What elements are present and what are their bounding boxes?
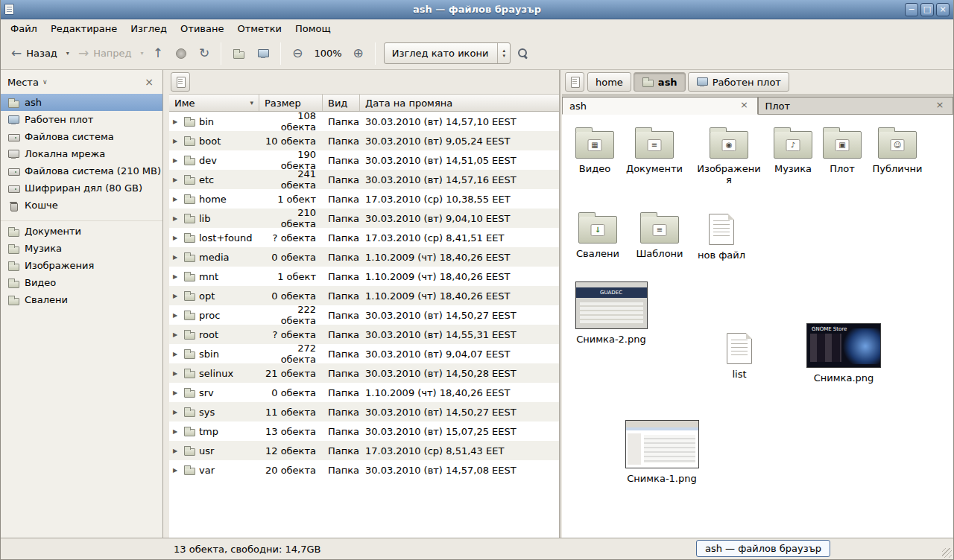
icon-view-item[interactable]: Видео [566, 127, 623, 174]
pathbar-base-button[interactable] [565, 72, 584, 92]
file-row[interactable]: selinux 21 обекта Папка 30.03.2010 (вт) … [169, 363, 559, 383]
forward-history-dropdown[interactable] [139, 37, 146, 69]
column-header-name[interactable]: Име [169, 95, 259, 111]
expander-icon[interactable] [173, 351, 180, 357]
sidebar-item[interactable]: Документи [1, 223, 162, 240]
sidebar-mode-dropdown-icon[interactable] [42, 78, 48, 86]
expander-icon[interactable] [173, 273, 180, 280]
tab-close-icon[interactable] [934, 100, 946, 112]
reload-button[interactable] [193, 42, 215, 65]
file-row[interactable]: opt 0 обекта Папка 1.10.2009 (чт) 18,40,… [169, 286, 559, 305]
sidebar-item[interactable]: Шифриран дял (80 GB) [1, 179, 162, 197]
expander-icon[interactable] [173, 254, 180, 261]
icon-view-item[interactable]: Свалени [569, 211, 626, 259]
icon-view-item[interactable]: GNOME Store Снимка.png [805, 323, 882, 384]
expander-icon[interactable] [173, 293, 180, 299]
zoom-in-button[interactable] [347, 42, 370, 65]
minimize-button[interactable] [905, 3, 918, 16]
expander-icon[interactable] [173, 118, 180, 125]
icon-view-item[interactable]: Музика [765, 127, 821, 174]
sidebar-item[interactable]: Файлова система [1, 128, 162, 145]
tab[interactable]: ash [562, 97, 758, 115]
back-button[interactable]: Назад [5, 42, 63, 65]
icon-view[interactable]: Видео Документи [562, 115, 953, 538]
expander-icon[interactable] [173, 331, 180, 338]
icon-view-item[interactable]: Документи [626, 127, 683, 174]
expander-icon[interactable] [173, 215, 180, 222]
expander-icon[interactable] [173, 196, 180, 203]
tab[interactable]: Плот [758, 97, 954, 114]
expander-icon[interactable] [173, 176, 180, 183]
file-row[interactable]: home 1 обект Папка 17.03.2010 (ср) 10,38… [169, 189, 559, 209]
icon-view-item[interactable]: Публични [866, 127, 929, 174]
file-row[interactable]: var 20 обекта Папка 30.03.2010 (вт) 14,5… [169, 460, 559, 480]
menu-item[interactable]: Редактиране [44, 21, 124, 36]
home-button[interactable] [227, 42, 250, 65]
menu-item[interactable]: Отметки [230, 21, 288, 36]
breadcrumb-button[interactable]: ash [634, 72, 686, 92]
file-row[interactable]: sys 11 обекта Папка 30.03.2010 (вт) 14,5… [169, 402, 559, 421]
sidebar-item[interactable]: Музика [1, 240, 162, 257]
column-header-type[interactable]: Вид [323, 95, 360, 111]
column-header-size[interactable]: Размер [259, 95, 323, 111]
menu-item[interactable]: Файл [4, 21, 44, 36]
file-row[interactable]: usr 12 обекта Папка 17.03.2010 (ср) 8,51… [169, 441, 559, 460]
location-toggle-button[interactable] [171, 72, 190, 92]
file-row[interactable]: srv 0 обекта Папка 1.10.2009 (чт) 18,40,… [169, 383, 559, 402]
sidebar-item[interactable]: Локална мрежа [1, 145, 162, 162]
expander-icon[interactable] [173, 138, 180, 144]
tab-close-icon[interactable] [739, 100, 751, 112]
maximize-button[interactable] [920, 3, 934, 16]
column-header-modified[interactable]: Дата на промяна [360, 95, 559, 111]
sidebar-item[interactable]: Изображения [1, 257, 162, 274]
menu-item[interactable]: Отиване [174, 21, 230, 36]
breadcrumb-button[interactable]: home [587, 72, 631, 92]
sidebar-close-icon[interactable] [142, 76, 156, 88]
file-row[interactable]: root ? обекта Папка 30.03.2010 (вт) 14,5… [169, 325, 559, 344]
file-row[interactable]: etc 241 обекта Папка 30.03.2010 (вт) 14,… [169, 170, 559, 189]
file-row[interactable]: mnt 1 обект Папка 1.10.2009 (чт) 18,40,2… [169, 267, 559, 286]
file-row[interactable]: media 0 обекта Папка 1.10.2009 (чт) 18,4… [169, 247, 559, 267]
icon-view-item[interactable]: list [711, 331, 768, 380]
sidebar-item[interactable]: Работен плот [1, 111, 162, 128]
file-row[interactable]: tmp 13 обекта Папка 30.03.2010 (вт) 15,0… [169, 421, 559, 441]
expander-icon[interactable] [173, 389, 180, 396]
titlebar[interactable]: ash — файлов браузър [1, 0, 953, 19]
icon-view-item[interactable]: Снимка-1.png [623, 420, 701, 484]
expander-icon[interactable] [173, 370, 180, 377]
expander-icon[interactable] [173, 312, 180, 319]
menu-item[interactable]: Изглед [124, 21, 174, 36]
sidebar-item[interactable]: Свалени [1, 291, 162, 308]
view-mode-select[interactable]: Изглед като икони [384, 42, 511, 64]
sidebar-item[interactable]: ash [1, 94, 162, 111]
expander-icon[interactable] [173, 409, 180, 416]
computer-button[interactable] [251, 42, 275, 65]
icon-view-item[interactable]: Изображения [696, 127, 762, 185]
expander-icon[interactable] [173, 235, 180, 241]
icon-view-item[interactable]: GUADEC Снимка-2.png [574, 281, 648, 345]
expander-icon[interactable] [173, 467, 180, 474]
expander-icon[interactable] [173, 448, 180, 454]
file-row[interactable]: dev 190 обекта Папка 30.03.2010 (вт) 14,… [169, 150, 559, 170]
file-row[interactable]: lib 210 обекта Папка 30.03.2010 (вт) 9,0… [169, 209, 559, 228]
file-row[interactable]: lost+found ? обекта Папка 17.03.2010 (ср… [169, 228, 559, 247]
file-row[interactable]: bin 108 обекта Папка 30.03.2010 (вт) 14,… [169, 112, 559, 131]
file-row[interactable]: boot 10 обекта Папка 30.03.2010 (вт) 9,0… [169, 131, 559, 150]
icon-view-item[interactable]: Шаблони [631, 211, 688, 259]
search-button[interactable] [511, 42, 534, 64]
stop-button[interactable] [170, 43, 192, 64]
icon-view-item[interactable]: Плот [815, 127, 869, 174]
expander-icon[interactable] [173, 428, 180, 435]
forward-button[interactable]: Напред [72, 42, 138, 65]
file-row[interactable]: proc 222 обекта Папка 30.03.2010 (вт) 14… [169, 305, 559, 325]
back-history-dropdown[interactable] [64, 37, 72, 69]
icon-view-item[interactable]: нов файл [693, 211, 750, 261]
sidebar-splitter[interactable] [163, 70, 169, 538]
sidebar-item[interactable]: Видео [1, 274, 162, 291]
menu-item[interactable]: Помощ [288, 21, 338, 36]
close-button[interactable] [936, 3, 950, 16]
zoom-out-button[interactable] [286, 42, 309, 65]
sidebar-item[interactable]: Кошче [1, 197, 162, 214]
up-button[interactable] [147, 42, 169, 65]
sidebar-item[interactable]: Файлова система (210 MB) [1, 162, 162, 179]
